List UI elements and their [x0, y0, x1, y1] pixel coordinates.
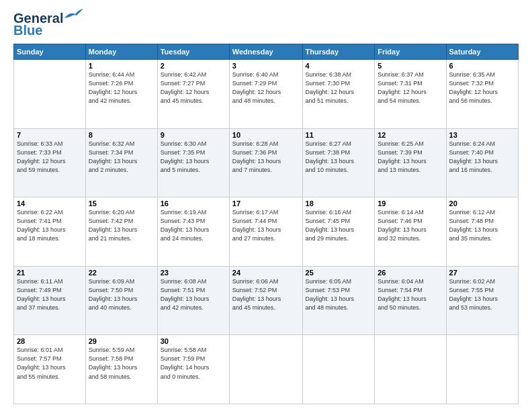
calendar-cell: 8Sunrise: 6:32 AM Sunset: 7:34 PM Daylig…	[85, 128, 157, 197]
calendar-table: SundayMondayTuesdayWednesdayThursdayFrid…	[13, 44, 519, 404]
calendar-cell: 7Sunrise: 6:33 AM Sunset: 7:33 PM Daylig…	[14, 128, 86, 197]
day-info: Sunrise: 6:17 AM Sunset: 7:44 PM Dayligh…	[232, 208, 300, 243]
day-number: 1	[89, 62, 154, 70]
week-row-1: 1Sunrise: 6:44 AM Sunset: 7:26 PM Daylig…	[14, 60, 519, 129]
day-info: Sunrise: 6:25 AM Sunset: 7:39 PM Dayligh…	[378, 140, 443, 175]
day-info: Sunrise: 6:06 AM Sunset: 7:52 PM Dayligh…	[232, 277, 300, 312]
calendar-cell: 6Sunrise: 6:35 AM Sunset: 7:32 PM Daylig…	[446, 60, 518, 129]
day-info: Sunrise: 6:22 AM Sunset: 7:41 PM Dayligh…	[17, 208, 83, 243]
day-info: Sunrise: 6:19 AM Sunset: 7:43 PM Dayligh…	[161, 208, 226, 243]
day-info: Sunrise: 6:30 AM Sunset: 7:35 PM Dayligh…	[161, 140, 226, 175]
calendar-cell: 1Sunrise: 6:44 AM Sunset: 7:26 PM Daylig…	[85, 60, 157, 129]
calendar-cell: 20Sunrise: 6:12 AM Sunset: 7:48 PM Dayli…	[446, 197, 518, 267]
calendar-cell: 9Sunrise: 6:30 AM Sunset: 7:35 PM Daylig…	[157, 128, 229, 197]
calendar-cell: 27Sunrise: 6:02 AM Sunset: 7:55 PM Dayli…	[446, 266, 518, 335]
day-info: Sunrise: 6:20 AM Sunset: 7:42 PM Dayligh…	[89, 208, 154, 243]
day-number: 16	[161, 199, 226, 208]
day-number: 22	[89, 269, 154, 277]
day-info: Sunrise: 6:16 AM Sunset: 7:45 PM Dayligh…	[306, 208, 372, 243]
day-info: Sunrise: 6:12 AM Sunset: 7:48 PM Dayligh…	[449, 208, 515, 243]
day-info: Sunrise: 6:27 AM Sunset: 7:38 PM Dayligh…	[306, 140, 372, 175]
day-info: Sunrise: 6:32 AM Sunset: 7:34 PM Dayligh…	[89, 140, 154, 175]
calendar-cell: 3Sunrise: 6:40 AM Sunset: 7:29 PM Daylig…	[229, 60, 302, 129]
day-info: Sunrise: 6:14 AM Sunset: 7:46 PM Dayligh…	[378, 208, 443, 243]
day-info: Sunrise: 6:24 AM Sunset: 7:40 PM Dayligh…	[449, 140, 515, 175]
week-row-2: 7Sunrise: 6:33 AM Sunset: 7:33 PM Daylig…	[14, 128, 519, 197]
day-info: Sunrise: 6:09 AM Sunset: 7:50 PM Dayligh…	[89, 277, 154, 312]
calendar-cell: 28Sunrise: 6:01 AM Sunset: 7:57 PM Dayli…	[14, 335, 86, 404]
day-number: 6	[449, 62, 515, 70]
logo-blue: Blue	[13, 23, 42, 38]
week-row-5: 28Sunrise: 6:01 AM Sunset: 7:57 PM Dayli…	[14, 335, 519, 404]
col-header-tuesday: Tuesday	[157, 44, 229, 60]
day-number: 9	[161, 131, 226, 139]
calendar-cell: 17Sunrise: 6:17 AM Sunset: 7:44 PM Dayli…	[229, 197, 302, 267]
calendar-cell	[302, 335, 375, 404]
day-info: Sunrise: 6:33 AM Sunset: 7:33 PM Dayligh…	[17, 140, 83, 175]
day-number: 15	[89, 199, 154, 208]
day-number: 30	[161, 337, 226, 345]
col-header-friday: Friday	[375, 44, 446, 60]
day-number: 17	[232, 199, 300, 208]
day-info: Sunrise: 5:58 AM Sunset: 7:59 PM Dayligh…	[161, 346, 226, 381]
calendar-cell: 5Sunrise: 6:37 AM Sunset: 7:31 PM Daylig…	[375, 60, 446, 129]
calendar-header-row: SundayMondayTuesdayWednesdayThursdayFrid…	[14, 44, 519, 60]
day-number: 21	[17, 269, 83, 277]
calendar-cell: 21Sunrise: 6:11 AM Sunset: 7:49 PM Dayli…	[14, 266, 86, 335]
calendar-cell: 19Sunrise: 6:14 AM Sunset: 7:46 PM Dayli…	[375, 197, 446, 267]
calendar-cell: 14Sunrise: 6:22 AM Sunset: 7:41 PM Dayli…	[14, 197, 86, 267]
day-number: 26	[378, 269, 443, 277]
calendar-cell: 2Sunrise: 6:42 AM Sunset: 7:27 PM Daylig…	[157, 60, 229, 129]
calendar-cell: 13Sunrise: 6:24 AM Sunset: 7:40 PM Dayli…	[446, 128, 518, 197]
day-number: 7	[17, 131, 83, 139]
week-row-3: 14Sunrise: 6:22 AM Sunset: 7:41 PM Dayli…	[14, 197, 519, 267]
day-info: Sunrise: 6:11 AM Sunset: 7:49 PM Dayligh…	[17, 277, 83, 312]
page: General Blue SundayMondayTuesdayWednesda…	[0, 0, 532, 411]
day-number: 3	[232, 62, 300, 70]
day-number: 4	[306, 62, 372, 70]
day-info: Sunrise: 6:42 AM Sunset: 7:27 PM Dayligh…	[161, 71, 226, 105]
calendar-cell: 29Sunrise: 5:59 AM Sunset: 7:58 PM Dayli…	[85, 335, 157, 404]
day-number: 5	[378, 62, 443, 70]
logo-bird-icon	[64, 9, 83, 22]
calendar-cell: 26Sunrise: 6:04 AM Sunset: 7:54 PM Dayli…	[375, 266, 446, 335]
day-number: 11	[306, 131, 372, 139]
calendar-cell	[446, 335, 518, 404]
day-number: 20	[449, 199, 515, 208]
day-number: 2	[161, 62, 226, 70]
day-number: 12	[378, 131, 443, 139]
day-number: 29	[89, 337, 154, 345]
col-header-wednesday: Wednesday	[229, 44, 302, 60]
day-info: Sunrise: 6:38 AM Sunset: 7:30 PM Dayligh…	[306, 71, 372, 105]
day-info: Sunrise: 6:08 AM Sunset: 7:51 PM Dayligh…	[161, 277, 226, 312]
day-number: 10	[232, 131, 300, 139]
day-number: 18	[306, 199, 372, 208]
day-number: 28	[17, 337, 83, 345]
day-number: 13	[449, 131, 515, 139]
day-info: Sunrise: 6:37 AM Sunset: 7:31 PM Dayligh…	[378, 71, 443, 105]
calendar-cell: 30Sunrise: 5:58 AM Sunset: 7:59 PM Dayli…	[157, 335, 229, 404]
col-header-thursday: Thursday	[302, 44, 375, 60]
day-info: Sunrise: 6:28 AM Sunset: 7:36 PM Dayligh…	[232, 140, 300, 175]
logo: General Blue	[13, 11, 83, 38]
day-number: 8	[89, 131, 154, 139]
calendar-cell: 12Sunrise: 6:25 AM Sunset: 7:39 PM Dayli…	[375, 128, 446, 197]
calendar-cell: 16Sunrise: 6:19 AM Sunset: 7:43 PM Dayli…	[157, 197, 229, 267]
day-number: 24	[232, 269, 300, 277]
calendar-cell	[14, 60, 86, 129]
calendar-cell: 22Sunrise: 6:09 AM Sunset: 7:50 PM Dayli…	[85, 266, 157, 335]
calendar-cell: 18Sunrise: 6:16 AM Sunset: 7:45 PM Dayli…	[302, 197, 375, 267]
day-number: 25	[306, 269, 372, 277]
day-info: Sunrise: 5:59 AM Sunset: 7:58 PM Dayligh…	[89, 346, 154, 381]
day-number: 23	[161, 269, 226, 277]
day-number: 27	[449, 269, 515, 277]
calendar-cell: 23Sunrise: 6:08 AM Sunset: 7:51 PM Dayli…	[157, 266, 229, 335]
calendar-cell	[229, 335, 302, 404]
day-info: Sunrise: 6:02 AM Sunset: 7:55 PM Dayligh…	[449, 277, 515, 312]
col-header-saturday: Saturday	[446, 44, 518, 60]
day-number: 14	[17, 199, 83, 208]
calendar-cell: 24Sunrise: 6:06 AM Sunset: 7:52 PM Dayli…	[229, 266, 302, 335]
day-number: 19	[378, 199, 443, 208]
col-header-sunday: Sunday	[14, 44, 86, 60]
day-info: Sunrise: 6:40 AM Sunset: 7:29 PM Dayligh…	[232, 71, 300, 105]
